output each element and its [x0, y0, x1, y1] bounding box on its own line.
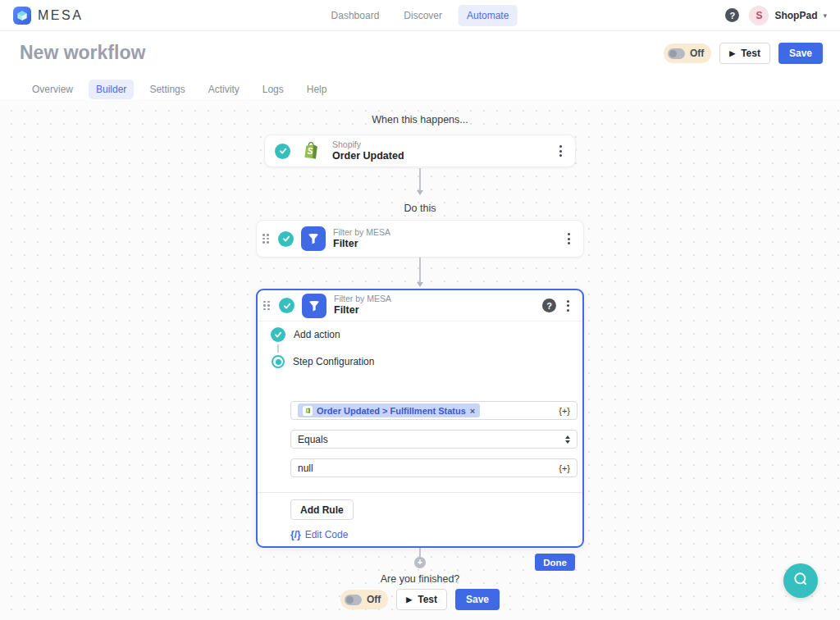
- remove-token-icon[interactable]: ×: [470, 406, 475, 416]
- save-button[interactable]: Save: [778, 43, 823, 64]
- select-arrows-icon: [565, 435, 570, 444]
- rule-field-input[interactable]: S Order Updated > Fulfillment Status × {…: [290, 401, 578, 420]
- step-complete-check-icon: [278, 231, 294, 247]
- tab-builder[interactable]: Builder: [89, 80, 134, 99]
- finish-question: Are you finished?: [0, 573, 840, 585]
- trigger-section-label: When this happens...: [0, 114, 840, 125]
- done-button-label: Done: [543, 558, 567, 568]
- topbar: MESA Dashboard Discover Automate ? S Sho…: [0, 0, 840, 31]
- drag-handle-icon[interactable]: [262, 299, 272, 312]
- substep-label: Add action: [294, 329, 340, 340]
- expanded-step-title: Filter: [334, 304, 391, 317]
- value-input[interactable]: null {+}: [290, 458, 578, 477]
- tab-logs[interactable]: Logs: [255, 80, 291, 99]
- add-step-button[interactable]: +: [414, 557, 426, 568]
- step-add-action[interactable]: Add action: [271, 327, 340, 342]
- chevron-down-icon: ▾: [823, 11, 827, 20]
- topbar-right: ? S ShopPad ▾: [725, 6, 827, 25]
- test-button[interactable]: ▶ Test: [396, 589, 447, 610]
- save-button-label: Save: [789, 48, 812, 59]
- svg-text:S: S: [306, 408, 308, 413]
- nav-item-automate[interactable]: Automate: [459, 5, 517, 26]
- connector-line: [419, 548, 421, 557]
- tab-bar: Overview Builder Settings Activity Logs …: [25, 80, 334, 99]
- field-token-chip[interactable]: S Order Updated > Fulfillment Status ×: [298, 403, 480, 417]
- filter-step-title: Filter: [333, 238, 390, 251]
- substep-active-radio-icon: [272, 355, 285, 368]
- account-menu[interactable]: S ShopPad ▾: [749, 6, 827, 25]
- filter-funnel-icon: [302, 294, 326, 318]
- tab-activity[interactable]: Activity: [201, 80, 247, 99]
- drag-handle-icon[interactable]: [261, 232, 271, 245]
- toggle-label: Off: [367, 594, 381, 605]
- workflow-header: New workflow Off ▶ Test Save Overview Bu…: [0, 31, 840, 99]
- substep-connector: [277, 344, 279, 353]
- help-icon[interactable]: ?: [725, 8, 739, 22]
- brand[interactable]: MESA: [13, 7, 83, 25]
- page-title: New workflow: [20, 42, 145, 64]
- expanded-card-header: Filter by MESA Filter ?: [258, 290, 582, 321]
- shopify-mini-icon: S: [303, 406, 313, 416]
- tab-overview[interactable]: Overview: [25, 80, 80, 99]
- operator-select[interactable]: Equals: [290, 430, 578, 449]
- nav-item-discover[interactable]: Discover: [395, 5, 450, 26]
- filter-app-label: Filter by MESA: [333, 227, 390, 238]
- save-button[interactable]: Save: [455, 589, 500, 610]
- add-rule-button[interactable]: Add Rule: [290, 499, 354, 520]
- svg-text:S: S: [308, 147, 313, 156]
- substep-label: Step Configuration: [293, 356, 374, 367]
- toggle-knob-icon: [345, 595, 362, 605]
- kebab-menu-icon[interactable]: [564, 230, 573, 248]
- substep-check-icon: [271, 327, 285, 342]
- expanded-card-body: Add action Step Configuration S: [258, 321, 582, 546]
- nav-item-dashboard[interactable]: Dashboard: [323, 5, 388, 26]
- connector-arrow-icon: [417, 282, 423, 287]
- trigger-step-card[interactable]: S Shopify Order Updated: [264, 134, 576, 167]
- workflow-canvas: When this happens... S Shopify Order Upd…: [0, 99, 840, 620]
- chat-bubble-icon: [792, 570, 810, 591]
- avatar: S: [749, 6, 769, 25]
- expanded-filter-card: Filter by MESA Filter ? Add action Step …: [256, 289, 584, 548]
- test-button-label: Test: [418, 594, 437, 605]
- workflow-status-toggle[interactable]: Off: [664, 43, 711, 63]
- kebab-menu-icon[interactable]: [556, 142, 565, 160]
- code-icon: {/}: [290, 529, 301, 540]
- test-button-label: Test: [741, 48, 760, 59]
- token-label: Order Updated > Fulfillment Status: [317, 406, 466, 416]
- step-configuration[interactable]: Step Configuration: [272, 355, 374, 368]
- filter-funnel-icon: [301, 226, 326, 251]
- divider: [258, 492, 582, 493]
- step-complete-check-icon: [279, 298, 294, 313]
- finish-controls: Off ▶ Test Save: [0, 589, 840, 610]
- done-button[interactable]: Done: [535, 554, 575, 571]
- trigger-step-title: Order Updated: [332, 150, 404, 163]
- operator-value: Equals: [298, 434, 328, 445]
- tab-settings[interactable]: Settings: [142, 80, 192, 99]
- insert-variable-icon[interactable]: {+}: [559, 463, 570, 473]
- account-name: ShopPad: [774, 10, 817, 21]
- value-text: null: [298, 463, 313, 474]
- step-complete-check-icon: [275, 144, 290, 159]
- test-button[interactable]: ▶ Test: [719, 43, 770, 64]
- filter-step-card[interactable]: Filter by MESA Filter: [256, 220, 584, 258]
- kebab-menu-icon[interactable]: [564, 297, 573, 315]
- tab-help[interactable]: Help: [299, 80, 335, 99]
- action-section-label: Do this: [0, 203, 840, 214]
- trigger-app-label: Shopify: [332, 139, 404, 150]
- toggle-knob-icon: [668, 48, 685, 59]
- brand-name: MESA: [38, 8, 83, 23]
- expanded-app-label: Filter by MESA: [334, 294, 391, 304]
- insert-variable-icon[interactable]: {+}: [559, 406, 570, 416]
- add-rule-label: Add Rule: [300, 504, 344, 516]
- main-nav: Dashboard Discover Automate: [323, 5, 518, 26]
- connector-line: [419, 168, 421, 191]
- connector-line: [419, 258, 421, 283]
- save-button-label: Save: [466, 594, 489, 605]
- play-icon: ▶: [406, 595, 412, 604]
- shopify-icon: S: [300, 140, 322, 162]
- workflow-status-toggle[interactable]: Off: [340, 590, 388, 609]
- play-icon: ▶: [729, 49, 735, 57]
- chat-launcher-button[interactable]: [783, 563, 818, 598]
- step-help-icon[interactable]: ?: [542, 299, 556, 312]
- edit-code-link[interactable]: {/} Edit Code: [290, 529, 348, 540]
